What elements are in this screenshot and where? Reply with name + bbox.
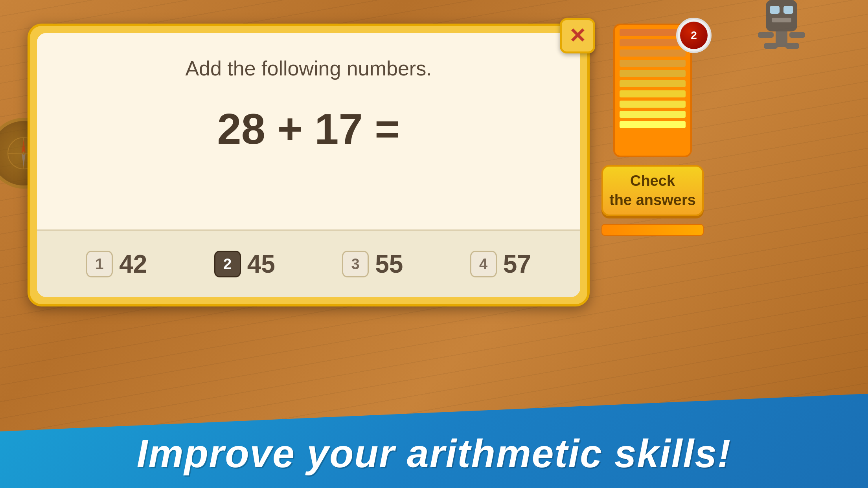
battery-row-2 <box>620 39 686 46</box>
bottom-banner-text: Improve your arithmetic skills! <box>137 431 732 476</box>
progress-bar-bottom <box>601 224 704 236</box>
svg-rect-8 <box>772 18 791 22</box>
question-area: Add the following numbers. 28 + 17 = <box>37 33 580 222</box>
avatar-inner: 2 <box>680 22 708 49</box>
option-badge-1[interactable]: 1 <box>86 251 113 277</box>
option-badge-4[interactable]: 4 <box>470 251 497 277</box>
option-value-3: 55 <box>375 250 403 279</box>
close-button[interactable]: ✕ <box>560 18 595 53</box>
close-icon: ✕ <box>569 26 586 46</box>
svg-rect-11 <box>789 32 805 38</box>
check-answers-label: Check the answers <box>609 171 696 210</box>
option-value-1: 42 <box>119 250 147 279</box>
battery-row-9 <box>620 111 686 118</box>
svg-rect-6 <box>770 6 780 14</box>
battery-row-1 <box>620 29 686 36</box>
option-value-4: 57 <box>503 250 531 279</box>
avatar-number: 2 <box>691 29 697 42</box>
answer-option-1[interactable]: 1 42 <box>86 250 147 279</box>
svg-rect-7 <box>783 6 793 14</box>
check-answers-button[interactable]: Check the answers <box>601 165 704 216</box>
svg-marker-3 <box>22 139 26 153</box>
math-equation: 28 + 17 = <box>217 104 400 154</box>
battery-row-6 <box>620 80 686 87</box>
answer-option-3[interactable]: 3 55 <box>342 250 403 279</box>
option-badge-2[interactable]: 2 <box>214 251 241 277</box>
answer-area: 1 42 2 45 3 55 4 57 <box>37 230 580 297</box>
battery-row-8 <box>620 101 686 108</box>
battery-row-3 <box>620 50 686 57</box>
svg-rect-12 <box>764 43 778 49</box>
answer-option-2[interactable]: 2 45 <box>214 250 275 279</box>
svg-rect-13 <box>785 43 799 49</box>
battery-row-7 <box>620 90 686 97</box>
option-badge-3[interactable]: 3 <box>342 251 369 277</box>
svg-marker-4 <box>22 153 26 167</box>
content-panel: Add the following numbers. 28 + 17 = 1 4… <box>37 33 580 297</box>
avatar-badge: 2 <box>676 18 712 53</box>
answer-option-4[interactable]: 4 57 <box>470 250 531 279</box>
svg-rect-10 <box>758 32 774 38</box>
main-frame: ✕ Add the following numbers. 28 + 17 = 1… <box>28 24 590 306</box>
battery-row-10 <box>620 121 686 128</box>
character-decoration <box>742 0 821 63</box>
instruction-text: Add the following numbers. <box>185 57 432 80</box>
battery-row-4 <box>620 60 686 67</box>
battery-row-5 <box>620 70 686 77</box>
right-sidebar: 2 Check the answers <box>598 24 708 236</box>
battery-section: 2 <box>613 24 692 157</box>
option-value-2: 45 <box>247 250 275 279</box>
svg-rect-5 <box>766 0 797 31</box>
